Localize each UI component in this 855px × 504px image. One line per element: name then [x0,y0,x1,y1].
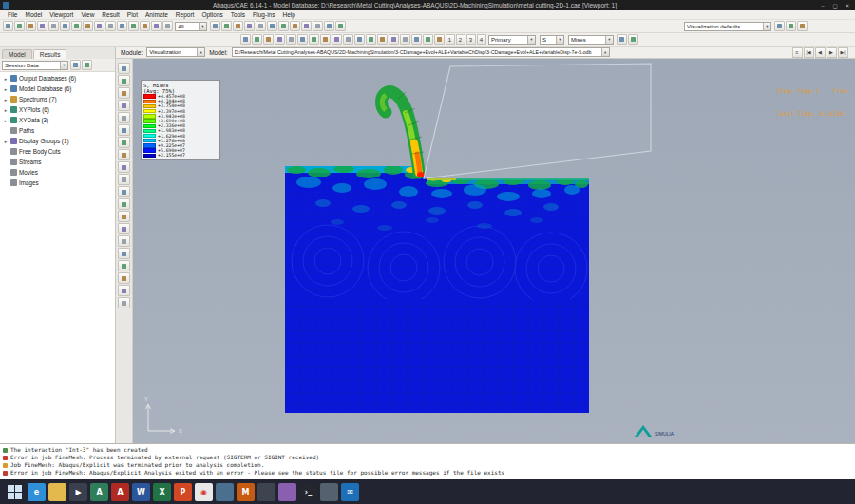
frame-list-button[interactable]: ≡ [792,47,803,58]
odb-combo[interactable]: D:/Research/Metal Cutting/Analyses-ABAQU… [232,47,610,57]
create-free-body-icon[interactable] [423,34,433,45]
visualization-options-icon[interactable] [797,21,808,31]
session-options-icon[interactable] [82,60,92,70]
session-filter-icon[interactable] [70,60,81,70]
animation-options-icon[interactable] [118,223,130,234]
previous-frame-anim-icon[interactable] [320,34,331,45]
first-image-button[interactable]: |◀ [804,47,814,58]
viewport-layout-4-button[interactable]: 4 [477,34,486,45]
tree-item-display-groups-1[interactable]: ▸Display Groups (1) [0,136,115,146]
perspective-icon[interactable] [335,21,346,31]
specify-view-icon[interactable] [290,21,300,31]
field-variable-combo[interactable]: S ▾ [540,35,564,45]
top-view-icon[interactable] [233,21,243,31]
redo-icon[interactable] [83,21,93,31]
plot-symbols-icon[interactable] [118,100,130,111]
color-code-dialog-icon[interactable] [786,21,796,31]
render-wireframe-icon[interactable] [301,21,312,31]
calculator-taskbar-icon[interactable] [257,483,276,501]
tool-query-icon[interactable] [48,21,59,31]
play-animation-icon[interactable] [332,34,342,45]
word-taskbar-icon[interactable]: W [132,483,150,501]
magnify-view-icon[interactable] [128,21,139,31]
plot-orientations-icon[interactable] [118,112,130,123]
undo-icon[interactable] [71,21,82,31]
cycle-views-icon[interactable] [162,21,173,31]
view-cut-manager-icon[interactable] [411,34,422,45]
matlab-taskbar-icon[interactable]: M [237,483,255,501]
back-view-icon[interactable] [221,21,232,31]
tree-item-output-databases-6[interactable]: ▸Output Databases (6) [0,73,115,84]
left-view-icon[interactable] [256,21,266,31]
open-database-icon[interactable] [14,21,25,31]
tree-item-images[interactable]: Images [0,177,115,188]
menu-viewport[interactable]: Viewport [46,11,77,18]
menu-help[interactable]: Help [278,11,298,18]
chrome-taskbar-icon[interactable]: ◉ [195,483,213,501]
create-display-group-icon[interactable] [118,235,130,247]
lock-view-icon[interactable] [628,34,638,45]
tree-item-xyplots-6[interactable]: ▸XYPlots (6) [0,104,115,115]
activate-view-cut-icon[interactable] [400,34,410,45]
menu-plug-ins[interactable]: Plug-ins [249,11,278,18]
tree-item-movies[interactable]: Movies [0,167,115,177]
last-image-button[interactable]: ▶| [838,47,848,58]
menu-options[interactable]: Options [198,11,226,18]
module-combo[interactable]: Visualization ▾ [146,47,205,57]
free-body-cut-icon[interactable] [118,285,130,296]
plot-fast-undeformed-icon[interactable] [240,34,251,45]
macro-manager-icon[interactable] [60,21,70,31]
tree-item-streams[interactable]: Streams [0,157,115,167]
viewport-layout-2-button[interactable]: 2 [456,34,466,45]
viewport-layout-1-button[interactable]: 1 [446,34,455,45]
iso-view-icon[interactable] [278,21,289,31]
viewport-canvas[interactable]: S, Mises (Avg: 75%) +4.457e+08+4.104e+08… [133,59,855,443]
minimize-button[interactable]: – [817,1,828,9]
rotate-view-icon[interactable] [117,21,127,31]
plot-contours-icon[interactable] [118,87,130,99]
tab-results[interactable]: Results [33,49,67,59]
powerpoint-taskbar-icon[interactable]: P [174,483,192,501]
print-icon[interactable] [37,21,48,31]
right-view-icon[interactable] [267,21,277,31]
material-orientation-icon[interactable] [297,34,308,45]
pan-view-icon[interactable] [105,21,116,31]
message-area[interactable]: The interaction "Int-3" has been created… [0,443,855,479]
acrobat-reader-taskbar-icon[interactable]: A [111,483,129,501]
notepad-taskbar-icon[interactable] [216,483,234,501]
result-options-icon[interactable] [118,174,130,185]
show-ply-stack-icon[interactable] [434,34,445,45]
animate-time-history-icon[interactable] [118,198,130,210]
field-output-icon[interactable] [118,161,130,173]
allow-multiple-plot-states-icon[interactable] [118,149,130,160]
visualization-defaults-combo[interactable]: Visualization defaults ▾ [684,22,771,31]
first-frame-icon[interactable] [309,34,319,45]
primary-variable-combo[interactable]: Primary ▾ [488,35,536,45]
command-prompt-taskbar-icon[interactable]: ›_ [299,483,317,501]
animate-scale-factor-icon[interactable] [118,186,130,197]
next-image-button[interactable]: ▶ [826,47,837,58]
abaqus-cae-taskbar-icon[interactable]: A [90,483,108,501]
start-button[interactable] [4,482,25,501]
menu-plot[interactable]: Plot [124,11,142,18]
menu-animate[interactable]: Animate [142,11,172,18]
tree-item-model-database-6[interactable]: ▸Model Database (6) [0,84,115,94]
maximize-button[interactable]: ▢ [829,1,841,9]
render-style-icon[interactable] [774,21,785,31]
view-cut-icon[interactable] [118,272,130,284]
menu-report[interactable]: Report [172,11,199,18]
paint-taskbar-icon[interactable] [278,483,296,501]
frame-selector-icon[interactable] [389,34,399,45]
bottom-view-icon[interactable] [244,21,255,31]
internet-explorer-taskbar-icon[interactable]: e [28,483,46,501]
animation-controls-icon[interactable] [366,34,376,45]
superimpose-options-icon[interactable] [118,137,130,148]
mail-taskbar-icon[interactable]: ✉ [341,483,359,501]
display-group-manager-icon[interactable] [118,248,130,259]
plot-deformed-icon[interactable] [118,75,130,86]
plot-fast-contour-icon[interactable] [263,34,274,45]
last-frame-anim-icon[interactable] [354,34,365,45]
tree-item-free-body-cuts[interactable]: Free Body Cuts [0,146,115,157]
selection-filter-combo[interactable]: All ▾ [175,22,207,31]
invariant-combo[interactable]: Mises ▾ [568,35,614,45]
